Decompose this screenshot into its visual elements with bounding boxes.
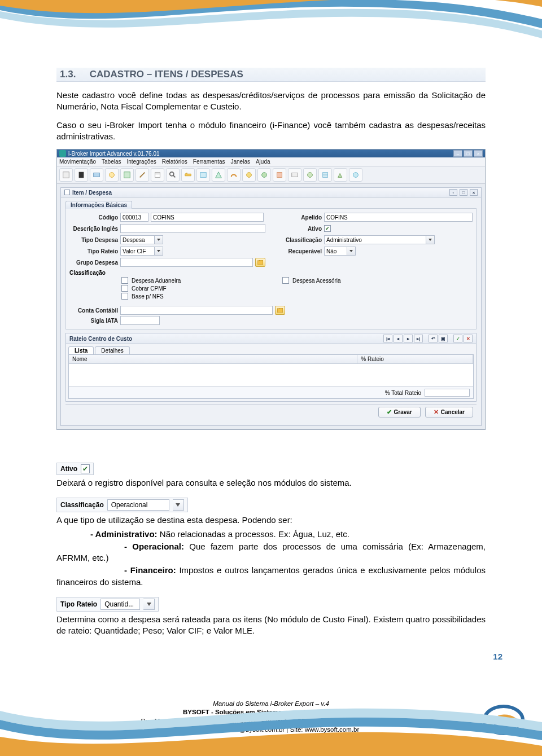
intro-paragraph-1: Neste cadastro você define todas as desp…	[56, 90, 486, 113]
col-nome: Nome	[69, 355, 357, 363]
toolbar-icon[interactable]	[136, 168, 149, 182]
panel-close-icon[interactable]: ×	[470, 189, 478, 196]
chk-despesa-acessoria[interactable]	[282, 277, 289, 284]
svg-rect-9	[200, 173, 207, 178]
footer-line-2: BYSOFT - Soluções em Sistemas para Comér…	[0, 708, 542, 717]
sigla-iata-input[interactable]	[120, 316, 160, 325]
menu-relatorios[interactable]: Relatórios	[162, 159, 187, 165]
recuperavel-label: Recuperável	[277, 248, 322, 254]
nav-last-icon[interactable]: ▸|	[414, 335, 423, 342]
menu-movimentacao[interactable]: Movimentação	[59, 159, 96, 165]
snippet-ativo-checkbox[interactable]	[81, 464, 90, 473]
grid-empty-area	[69, 364, 473, 386]
apelido-input[interactable]	[324, 213, 473, 222]
nav-confirm-icon[interactable]: ✓	[453, 335, 462, 342]
tab-informacoes-basicas[interactable]: Informações Básicas	[65, 201, 132, 209]
toolbar-icon[interactable]	[90, 168, 103, 182]
toolbar-icon[interactable]	[105, 168, 119, 182]
svg-rect-4	[124, 172, 130, 178]
toolbar-icon[interactable]	[75, 168, 88, 182]
toolbar-icon[interactable]	[349, 168, 362, 182]
toolbar-icon[interactable]	[273, 168, 286, 182]
tab-detalhes[interactable]: Detalhes	[95, 346, 129, 354]
toolbar-icon[interactable]	[196, 168, 210, 182]
chevron-down-icon[interactable]	[173, 499, 184, 511]
tipo-rateio-value[interactable]	[120, 247, 154, 256]
toolbar-icon[interactable]	[151, 168, 164, 182]
maximize-button[interactable]: □	[464, 150, 473, 157]
cancel-button[interactable]: ✕Cancelar	[425, 407, 473, 417]
chk-base-nfs-label: Base p/ NFS	[132, 293, 164, 300]
panel-titlebar: Item / Despesa ▫ □ ×	[60, 187, 482, 197]
tipo-despesa-combo[interactable]	[120, 235, 163, 244]
svg-rect-12	[277, 173, 282, 178]
nav-next-icon[interactable]: ▸	[404, 335, 413, 342]
chevron-down-icon[interactable]	[154, 235, 163, 244]
menu-janelas[interactable]: Janelas	[230, 159, 250, 165]
conta-contabil-label: Conta Contábil	[69, 307, 118, 314]
desc-ingles-input[interactable]	[120, 224, 265, 233]
tab-lista[interactable]: Lista	[68, 346, 94, 354]
recuperavel-combo[interactable]	[324, 247, 356, 256]
rateio-title: Rateio Centro de Custo	[69, 336, 132, 342]
toolbar-icon[interactable]	[318, 168, 332, 182]
chevron-down-icon[interactable]	[154, 247, 163, 256]
save-button[interactable]: ✔Gravar	[378, 407, 421, 417]
recuperavel-value[interactable]	[324, 247, 347, 256]
chk-cobrar-cpmf[interactable]	[121, 285, 128, 292]
toolbar-icon[interactable]	[303, 168, 317, 182]
chk-base-nfs[interactable]	[121, 293, 128, 300]
menu-tabelas[interactable]: Tabelas	[102, 159, 121, 165]
menu-ferramentas[interactable]: Ferramentas	[193, 159, 225, 165]
panel-maximize-icon[interactable]: □	[460, 189, 467, 196]
svg-rect-0	[63, 172, 69, 178]
bullet-admin: - Administrativo: Não relacionadas a pro…	[90, 529, 486, 540]
chevron-down-icon[interactable]	[426, 235, 435, 244]
chk-despesa-aduaneira[interactable]	[121, 277, 128, 284]
toolbar-icon[interactable]	[212, 168, 225, 182]
svg-point-7	[170, 172, 174, 176]
toolbar-icon[interactable]	[242, 168, 256, 182]
nav-add-icon[interactable]: ▣	[439, 335, 448, 342]
codigo-input[interactable]	[120, 213, 148, 222]
classificacao-combo[interactable]	[324, 235, 435, 244]
menu-ajuda[interactable]: Ajuda	[256, 159, 270, 165]
classificacao-section-label: Classificação	[69, 270, 473, 276]
heading-number: 1.3.	[60, 69, 87, 80]
toolbar-icon[interactable]	[120, 168, 134, 182]
svg-point-14	[308, 173, 313, 178]
toolbar-icon[interactable]	[59, 168, 73, 182]
nav-undo-icon[interactable]: ↶	[429, 335, 438, 342]
svg-point-17	[353, 173, 359, 178]
folder-icon[interactable]	[275, 306, 285, 315]
grupo-despesa-input[interactable]	[120, 258, 253, 267]
toolbar-icon[interactable]	[181, 168, 195, 182]
chevron-down-icon[interactable]	[347, 247, 356, 256]
minimize-button[interactable]: –	[453, 150, 462, 157]
menu-integracoes[interactable]: Integrações	[127, 159, 156, 165]
toolbar-icon[interactable]	[166, 168, 180, 182]
close-button[interactable]: ×	[474, 150, 483, 157]
toolbar-icon[interactable]	[288, 168, 301, 182]
toolbar-icon[interactable]	[334, 168, 347, 182]
snippet-classif-value[interactable]: Operacional	[107, 499, 169, 511]
ativo-description: Deixará o registro disponível para consu…	[56, 477, 486, 489]
tipo-despesa-value[interactable]	[120, 235, 154, 244]
toolbar-icon[interactable]	[227, 168, 241, 182]
toolbar-icon[interactable]	[257, 168, 271, 182]
toolbar	[57, 166, 485, 184]
tipo-rateio-label: Tipo Rateio	[69, 248, 118, 254]
tipo-rateio-combo[interactable]	[120, 247, 163, 256]
nav-first-icon[interactable]: |◂	[383, 335, 392, 342]
chevron-down-icon[interactable]	[143, 599, 155, 610]
window-title: i-Broker Import Advanced v.01.76.01	[68, 151, 160, 157]
classificacao-value[interactable]	[324, 235, 426, 244]
nav-delete-icon[interactable]: ✕	[464, 335, 473, 342]
panel-minimize-icon[interactable]: ▫	[449, 189, 457, 196]
nav-prev-icon[interactable]: ◂	[394, 335, 403, 342]
ativo-checkbox[interactable]	[324, 225, 331, 232]
folder-icon[interactable]	[255, 258, 265, 267]
snippet-rateio-value[interactable]: Quantid...	[100, 599, 140, 610]
codigo-desc-input[interactable]	[151, 213, 264, 222]
conta-contabil-input[interactable]	[120, 306, 273, 315]
